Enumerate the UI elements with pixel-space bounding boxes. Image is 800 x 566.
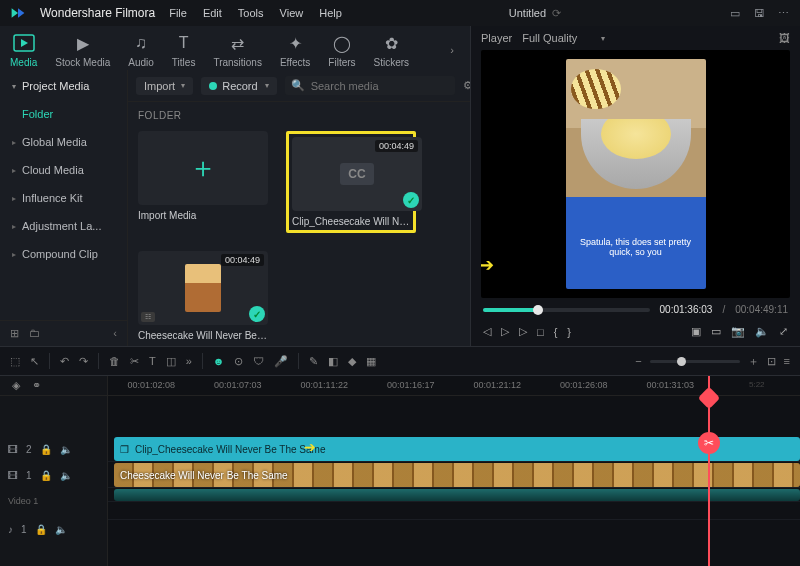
sidebar-item-global-media[interactable]: Global Media	[0, 128, 127, 156]
folder-icon[interactable]: 🗀	[29, 327, 40, 340]
cc-clip-card[interactable]: 00:04:49 CC Clip_Cheesecake Will Never .…	[286, 131, 416, 233]
tab-stock-media[interactable]: ▶ Stock Media	[55, 32, 110, 68]
playhead-cut-icon[interactable]: ✂	[698, 432, 720, 454]
video-track[interactable]: Cheesecake Will Never Be The Same	[108, 462, 800, 488]
lock-icon[interactable]: 🔒	[35, 524, 47, 535]
crop-tool-icon[interactable]: ◫	[166, 355, 176, 368]
quality-dropdown[interactable]: Full Quality	[522, 32, 605, 44]
camera-icon[interactable]: 📷	[731, 325, 745, 338]
tab-stickers[interactable]: ✿ Stickers	[374, 32, 410, 68]
marker-icon[interactable]: ◆	[348, 355, 356, 368]
play-icon[interactable]: ▷	[519, 325, 527, 338]
tab-audio[interactable]: ♫ Audio	[128, 32, 154, 68]
menu-tools[interactable]: Tools	[238, 7, 264, 19]
ai-tool-icon[interactable]: ☻	[213, 355, 225, 367]
track-head-v2[interactable]: 🎞2 🔒 🔈	[0, 436, 107, 462]
linked-audio-clip[interactable]	[114, 489, 800, 501]
playhead[interactable]: ✂	[708, 376, 710, 566]
video-clip-card[interactable]: 00:04:49 ☷ Cheesecake Will Never Be T...	[138, 251, 268, 341]
import-media-card[interactable]: ＋ Import Media	[138, 131, 268, 233]
speed-icon[interactable]: ⊙	[234, 355, 243, 368]
color-icon[interactable]: ◧	[328, 355, 338, 368]
tab-filters[interactable]: ◯ Filters	[328, 32, 355, 68]
layout-icon[interactable]: ▭	[728, 7, 742, 20]
text-icon[interactable]: T	[149, 355, 156, 367]
render-icon[interactable]: ▦	[366, 355, 376, 368]
tab-media[interactable]: Media	[10, 32, 37, 68]
sidebar-item-adjustment-layer[interactable]: Adjustment La...	[0, 212, 127, 240]
timeline-settings-icon[interactable]: ≡	[784, 355, 790, 367]
preview-viewer[interactable]: Spatula, this does set pretty quick, so …	[481, 50, 790, 298]
menu-file[interactable]: File	[169, 7, 187, 19]
cloud-sync-icon: ⟳	[552, 7, 561, 20]
compare-icon[interactable]: ▭	[711, 325, 721, 338]
used-check-icon	[403, 192, 419, 208]
progress-track[interactable]	[483, 308, 650, 312]
tab-effects[interactable]: ✦ Effects	[280, 32, 310, 68]
mark-out-icon[interactable]: }	[567, 326, 571, 338]
caption-track[interactable]: ❐ Clip_Cheesecake Will Never Be The Same…	[108, 436, 800, 462]
video-clip[interactable]: Cheesecake Will Never Be The Same	[114, 463, 800, 487]
prev-frame-icon[interactable]: ◁	[483, 325, 491, 338]
document-title[interactable]: Untitled ⟳	[509, 7, 561, 20]
track-head-a1[interactable]: ♪1 🔒 🔈	[0, 516, 107, 542]
fullscreen-icon[interactable]: ⤢	[779, 325, 788, 338]
tab-titles[interactable]: T Titles	[172, 32, 196, 68]
select-tool-icon[interactable]: ↖	[30, 355, 39, 368]
lock-icon[interactable]: 🔒	[40, 470, 52, 481]
play-pause-icon[interactable]: ▷	[501, 325, 509, 338]
shield-icon[interactable]: 🛡	[253, 355, 264, 367]
more-icon[interactable]: ⋯	[776, 7, 790, 20]
sidebar-folder[interactable]: Folder	[0, 100, 127, 128]
menu-help[interactable]: Help	[319, 7, 342, 19]
time-ruler[interactable]: 00:01:02:08 00:01:07:03 00:01:11:22 00:0…	[108, 376, 800, 396]
pointer-tool-icon[interactable]: ⬚	[10, 355, 20, 368]
mark-in-icon[interactable]: {	[554, 326, 558, 338]
lock-icon[interactable]: 🔒	[40, 444, 52, 455]
zoom-fit-icon[interactable]: ⊡	[767, 355, 776, 368]
tabs-scroll-right-icon[interactable]: ›	[450, 44, 460, 56]
record-dropdown[interactable]: Record ▾	[201, 77, 276, 95]
search-media[interactable]: 🔍	[285, 76, 455, 95]
save-icon[interactable]: 🖫	[752, 7, 766, 20]
mute-icon[interactable]: 🔈	[60, 444, 72, 455]
edit-icon[interactable]: ✎	[309, 355, 318, 368]
sidebar-item-cloud-media[interactable]: Cloud Media	[0, 156, 127, 184]
menu-edit[interactable]: Edit	[203, 7, 222, 19]
zoom-slider[interactable]	[650, 360, 740, 363]
folder-section-label: FOLDER	[128, 102, 470, 125]
crop-icon[interactable]: ▣	[691, 325, 701, 338]
clip-duration: 00:04:49	[375, 140, 418, 152]
undo-icon[interactable]: ↶	[60, 355, 69, 368]
more-tools-icon[interactable]: »	[186, 355, 192, 367]
zoom-in-icon[interactable]: ＋	[748, 354, 759, 369]
delete-icon[interactable]: 🗑	[109, 355, 120, 367]
mute-icon[interactable]: 🔈	[60, 470, 72, 481]
progress-knob-icon[interactable]	[533, 305, 543, 315]
track-head-v1[interactable]: 🎞1 🔒 🔈	[0, 462, 107, 488]
film-icon: 🎞	[8, 470, 18, 481]
redo-icon[interactable]: ↷	[79, 355, 88, 368]
menu-view[interactable]: View	[280, 7, 304, 19]
mute-icon[interactable]: 🔈	[55, 524, 67, 535]
mic-icon[interactable]: 🎤	[274, 355, 288, 368]
sidebar-item-influence-kit[interactable]: Influence Kit	[0, 184, 127, 212]
marker-tool-icon[interactable]: ◈	[12, 379, 20, 392]
search-input[interactable]	[311, 80, 449, 92]
stop-icon[interactable]: □	[537, 326, 544, 338]
new-folder-icon[interactable]: ⊞	[10, 327, 19, 340]
split-icon[interactable]: ✂	[130, 355, 139, 368]
zoom-out-icon[interactable]: −	[635, 355, 641, 367]
import-dropdown[interactable]: Import	[136, 77, 193, 95]
link-icon[interactable]: ⚭	[32, 379, 41, 392]
clip-duration: 00:04:49	[221, 254, 264, 266]
category-tabs: Media ▶ Stock Media ♫ Audio T Titles ⇄ T…	[0, 26, 470, 70]
collapse-sidebar-icon[interactable]: ‹	[113, 327, 117, 340]
sidebar-item-compound-clip[interactable]: Compound Clip	[0, 240, 127, 268]
tab-transitions[interactable]: ⇄ Transitions	[213, 32, 262, 68]
app-logo-icon	[10, 5, 26, 21]
volume-icon[interactable]: 🔈	[755, 325, 769, 338]
audio-track[interactable]	[108, 502, 800, 520]
snapshot-icon[interactable]: 🖼	[779, 32, 790, 44]
sidebar-project-media[interactable]: Project Media	[0, 72, 127, 100]
